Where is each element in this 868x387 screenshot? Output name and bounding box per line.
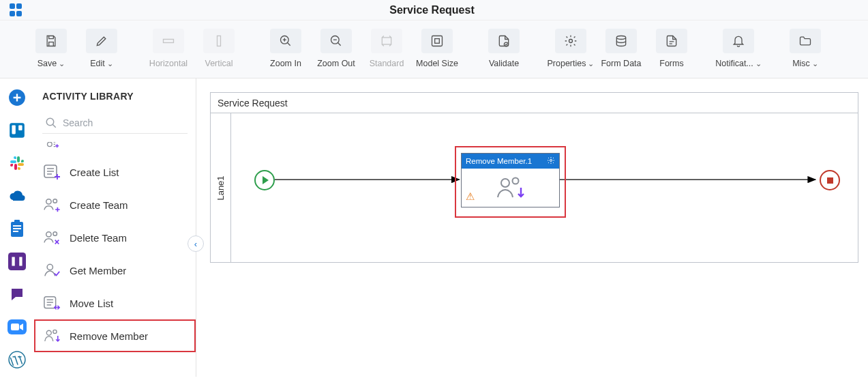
- cloud-icon[interactable]: [8, 186, 27, 205]
- svg-rect-23: [11, 324, 19, 330]
- svg-point-36: [550, 160, 552, 162]
- svg-rect-4: [382, 38, 391, 44]
- svg-rect-16: [13, 225, 21, 227]
- form-data-button[interactable]: Form Data: [597, 29, 645, 68]
- list-move-icon: [44, 294, 61, 312]
- gear-icon[interactable]: [547, 156, 555, 166]
- chevron-down-icon: ⌄: [107, 59, 113, 68]
- svg-rect-15: [14, 220, 20, 223]
- svg-point-8: [569, 40, 573, 43]
- validate-button[interactable]: Validate: [480, 29, 528, 68]
- partial-item-above: [42, 142, 188, 149]
- lane-label[interactable]: Lane1: [211, 113, 231, 262]
- activity-remove-member[interactable]: Remove Member: [34, 319, 196, 352]
- activity-delete-team[interactable]: Delete Team: [34, 221, 196, 254]
- activity-search[interactable]: [42, 113, 188, 134]
- chevron-down-icon: ⌄: [588, 59, 594, 68]
- activity-label: Create List: [70, 167, 119, 178]
- member-remove-icon: [44, 327, 61, 345]
- standard-label: Standard: [370, 59, 404, 68]
- toolbar: Save⌄ Edit⌄ Horizontal Vertical Zoom In …: [0, 20, 868, 78]
- search-input[interactable]: [63, 117, 185, 128]
- zoom-out-label: Zoom Out: [317, 59, 355, 68]
- svg-point-30: [46, 232, 51, 237]
- svg-rect-12: [12, 125, 15, 134]
- standard-button: Standard: [363, 29, 410, 68]
- save-icon: [44, 34, 58, 48]
- gear-icon: [564, 34, 578, 48]
- save-button[interactable]: Save⌄: [27, 29, 75, 68]
- misc-button[interactable]: Misc⌄: [781, 29, 829, 68]
- horizontal-label: Horizontal: [149, 59, 188, 68]
- notifications-button[interactable]: Notificat...⌄: [715, 29, 762, 68]
- activity-node-label: Remove Member.1: [466, 157, 532, 165]
- validate-icon: [497, 34, 511, 48]
- chevron-down-icon: ⌄: [812, 59, 818, 68]
- wordpress-icon[interactable]: [8, 350, 27, 369]
- zoom-out-button[interactable]: Zoom Out: [312, 29, 360, 68]
- slack-icon[interactable]: [8, 154, 27, 173]
- svg-point-35: [53, 330, 57, 333]
- activity-label: Remove Member: [70, 330, 148, 342]
- pool[interactable]: Service Request Lane1 Remove Member.1: [210, 92, 858, 263]
- activity-library-title: ACTIVITY LIBRARY: [34, 78, 196, 109]
- chevron-down-icon: ⌄: [755, 59, 762, 68]
- start-event[interactable]: [254, 170, 275, 190]
- svg-rect-19: [8, 253, 26, 270]
- notifications-label: Notificat...: [715, 59, 753, 68]
- purple-app-icon[interactable]: [8, 252, 27, 271]
- team-delete-icon: [44, 229, 61, 246]
- trello-icon[interactable]: [8, 121, 27, 140]
- standard-icon: [380, 34, 393, 48]
- lane-content[interactable]: Remove Member.1 ⚠: [231, 113, 858, 262]
- camera-icon[interactable]: [8, 317, 27, 336]
- process-canvas[interactable]: Service Request Lane1 Remove Member.1: [196, 78, 868, 377]
- activity-label: Get Member: [70, 265, 126, 276]
- forms-button[interactable]: Forms: [648, 29, 695, 68]
- zoom-out-icon: [329, 34, 343, 48]
- end-event[interactable]: [820, 170, 840, 190]
- svg-rect-21: [19, 257, 22, 266]
- activity-create-list[interactable]: Create List: [34, 156, 196, 188]
- collapse-panel-button[interactable]: ‹: [188, 235, 204, 252]
- forms-label: Forms: [659, 59, 683, 68]
- activity-label: Delete Team: [70, 232, 127, 244]
- bell-icon: [732, 34, 745, 48]
- svg-rect-0: [164, 40, 174, 43]
- activity-label: Move List: [70, 298, 113, 309]
- chevron-down-icon: ⌄: [59, 59, 65, 68]
- model-size-label: Model Size: [416, 59, 458, 68]
- apps-icon[interactable]: [10, 3, 23, 17]
- page-title: Service Request: [23, 4, 868, 16]
- activity-move-list[interactable]: Move List: [34, 287, 196, 319]
- integrations-rail: [0, 78, 34, 377]
- model-size-button[interactable]: Model Size: [413, 29, 461, 68]
- activity-create-team[interactable]: Create Team: [34, 188, 196, 221]
- member-remove-icon: [496, 175, 526, 200]
- clipboard-icon[interactable]: [8, 219, 27, 238]
- pool-name[interactable]: Service Request: [211, 93, 858, 113]
- activity-get-member[interactable]: Get Member: [34, 254, 196, 287]
- zoom-in-label: Zoom In: [270, 59, 301, 68]
- edit-icon: [95, 34, 108, 48]
- svg-point-37: [501, 179, 509, 187]
- properties-button[interactable]: Properties⌄: [547, 29, 595, 68]
- document-icon: [665, 34, 678, 48]
- misc-label: Misc: [792, 59, 810, 68]
- zoom-in-button[interactable]: Zoom In: [262, 29, 310, 68]
- chat-icon[interactable]: [8, 285, 27, 304]
- svg-point-9: [616, 36, 625, 40]
- svg-point-26: [48, 142, 53, 147]
- vertical-label: Vertical: [205, 59, 233, 68]
- list-add-icon: [44, 163, 61, 181]
- edit-label: Edit: [90, 59, 105, 68]
- add-button[interactable]: [8, 88, 27, 107]
- svg-rect-17: [13, 228, 21, 229]
- svg-point-32: [47, 264, 53, 270]
- horizontal-button: Horizontal: [145, 29, 192, 68]
- edit-button[interactable]: Edit⌄: [78, 29, 125, 68]
- warning-icon: ⚠: [466, 190, 475, 203]
- activity-remove-member-node[interactable]: Remove Member.1 ⚠: [461, 153, 560, 207]
- activity-label: Create Team: [70, 199, 128, 211]
- svg-point-25: [46, 118, 54, 126]
